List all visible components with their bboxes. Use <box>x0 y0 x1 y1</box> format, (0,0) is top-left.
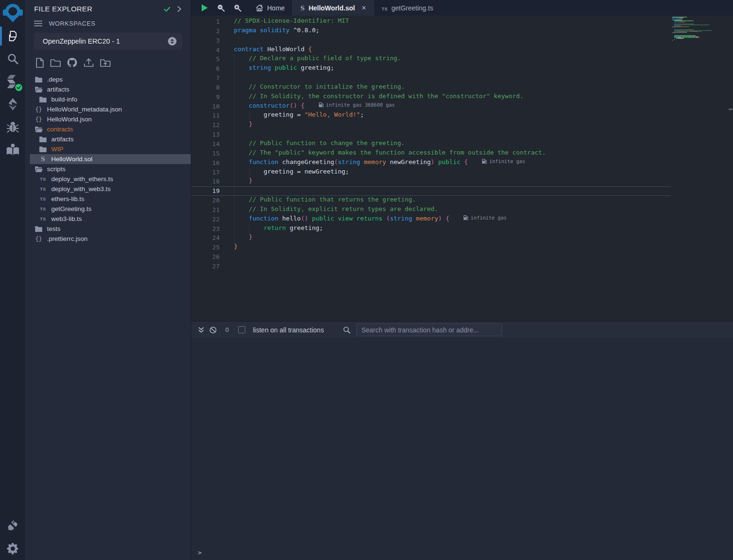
tree-item-tests[interactable]: tests <box>25 224 191 234</box>
code-line-1[interactable]: // SPDX-License-Identifier: MIT <box>234 17 718 27</box>
code-line-20[interactable]: // Public function that returns the gree… <box>234 196 718 205</box>
code-line-17[interactable]: greeting = newGreeting; <box>234 168 718 177</box>
tree-item-ethers-lib-ts[interactable]: TSethers-lib.ts <box>25 194 191 204</box>
line-number: 25 <box>191 243 234 252</box>
terminal-prompt[interactable]: > <box>198 549 202 556</box>
code-line-9[interactable]: // In Solidity, the constructor is defin… <box>234 92 718 102</box>
search-button[interactable] <box>0 47 25 70</box>
tree-item-artifacts[interactable]: artifacts <box>25 84 191 94</box>
folder-closed-icon <box>39 96 46 102</box>
zoom-in-icon[interactable] <box>233 4 241 12</box>
fuel-pump-icon <box>482 158 487 164</box>
learneth-icon <box>6 143 20 156</box>
folder-open-icon <box>35 166 43 172</box>
terminal-search-input[interactable] <box>356 323 502 336</box>
typescript-file-icon: TS <box>381 7 388 11</box>
line-number: 14 <box>191 139 234 149</box>
code-line-24[interactable]: } <box>234 233 718 243</box>
tree-item--deps[interactable]: .deps <box>25 74 191 84</box>
code-line-10[interactable]: constructor() {infinite gas 368600 gas <box>234 102 718 111</box>
chevron-right-icon[interactable] <box>176 6 182 12</box>
tree-item-artifacts[interactable]: artifacts <box>25 134 191 144</box>
upload-folder-icon[interactable] <box>100 58 111 67</box>
code-line-25[interactable]: } <box>234 243 718 252</box>
workspace-select[interactable]: OpenZeppelin ERC20 - 1 <box>34 33 182 50</box>
code-line-14[interactable]: // Public function to change the greetin… <box>234 139 718 149</box>
tree-item-deploy-with-ethers-ts[interactable]: TSdeploy_with_ethers.ts <box>25 174 191 184</box>
code-line-11[interactable]: greeting = "Hello, World!"; <box>234 111 718 120</box>
plugin-manager-button[interactable] <box>0 514 25 537</box>
code-line-7[interactable] <box>234 73 718 83</box>
zoom-out-icon[interactable] <box>217 4 225 12</box>
tab-home[interactable]: Home <box>248 0 292 16</box>
line-number: 18 <box>191 177 234 186</box>
tree-item-helloworld-json[interactable]: {}HelloWorld.json <box>25 114 191 124</box>
line-number: 9 <box>191 92 234 102</box>
hamburger-icon[interactable] <box>34 20 42 27</box>
debugger-button[interactable] <box>0 116 25 138</box>
code-line-27[interactable] <box>234 262 718 271</box>
line-number: 3 <box>191 36 234 46</box>
code-line-18[interactable]: } <box>234 177 718 186</box>
tree-item-wip[interactable]: WIP <box>25 144 191 154</box>
expand-chevrons-icon[interactable] <box>198 327 204 333</box>
tree-item-deploy-with-web3-ts[interactable]: TSdeploy_with_web3.ts <box>25 184 191 194</box>
tree-item-scripts[interactable]: scripts <box>25 164 191 174</box>
folder-closed-icon <box>35 226 42 232</box>
learneth-button[interactable] <box>0 138 25 161</box>
tree-item-web3-lib-ts[interactable]: TSweb3-lib.ts <box>25 214 191 224</box>
code-line-12[interactable]: } <box>234 120 718 130</box>
tab-getgreeting-ts[interactable]: TSgetGreeting.ts <box>374 0 440 16</box>
settings-gear-button[interactable] <box>0 537 25 560</box>
indent-guide <box>234 139 235 149</box>
code-line-26[interactable] <box>234 252 718 262</box>
new-file-icon[interactable] <box>35 58 44 68</box>
file-explorer-panel: FILE EXPLORER WORKSPACES OpenZeppelin ER… <box>25 0 191 560</box>
run-play-icon[interactable] <box>201 4 208 12</box>
editor-scrollbar[interactable] <box>728 16 733 321</box>
tree-item-label: ethers-lib.ts <box>51 195 84 202</box>
tree-item-contracts[interactable]: contracts <box>25 124 191 134</box>
code-line-6[interactable]: string public greeting; <box>234 64 718 73</box>
code-line-23[interactable]: return greeting; <box>234 224 718 234</box>
typescript-file-icon: TS <box>40 207 46 211</box>
upload-file-icon[interactable] <box>84 58 94 67</box>
code-line-2[interactable]: pragma solidity ^0.8.0; <box>234 27 718 36</box>
deploy-run-button[interactable] <box>0 93 25 116</box>
minimap[interactable] <box>672 17 728 320</box>
code-line-19[interactable] <box>234 186 718 196</box>
indent-guide <box>234 215 235 224</box>
tree-item--prettierrc-json[interactable]: {}.prettierrc.json <box>25 234 191 244</box>
tree-item-getgreeting-ts[interactable]: TSgetGreeting.ts <box>25 204 191 214</box>
github-clone-icon[interactable] <box>67 57 77 68</box>
json-file-icon: {} <box>35 116 42 123</box>
tree-item-label: .prettierrc.json <box>47 235 88 242</box>
code-line-13[interactable] <box>234 130 718 139</box>
code-line-5[interactable]: // Declare a public field of type string… <box>234 55 718 64</box>
close-tab-icon[interactable]: × <box>362 4 366 12</box>
tab-helloworld-sol[interactable]: SHelloWorld.sol× <box>292 0 374 16</box>
tree-item-helloworld-metadata-json[interactable]: {}HelloWorld_metadata.json <box>25 104 191 114</box>
solidity-compiler-button[interactable] <box>0 70 25 93</box>
tree-item-helloworld-sol[interactable]: SHelloWorld.sol <box>30 154 191 164</box>
code-editor[interactable]: 1234567891011121314151617181920212223242… <box>191 16 733 321</box>
listen-checkbox[interactable] <box>238 326 245 333</box>
remix-logo-button[interactable] <box>0 1 25 25</box>
code-line-16[interactable]: function changeGreeting(string memory ne… <box>234 158 718 168</box>
tree-item-build-info[interactable]: build-info <box>25 94 191 104</box>
code-area[interactable]: // SPDX-License-Identifier: MITpragma so… <box>234 16 718 321</box>
json-file-icon: {} <box>35 106 42 113</box>
check-icon[interactable] <box>163 5 171 13</box>
debugger-icon <box>6 120 19 134</box>
file-explorer-button[interactable] <box>0 25 25 47</box>
new-folder-icon[interactable] <box>50 58 61 67</box>
code-line-21[interactable]: // In Solidity, explicit return types ar… <box>234 205 718 215</box>
clear-block-icon[interactable] <box>209 326 217 334</box>
typescript-file-icon: TS <box>40 217 46 221</box>
code-line-3[interactable] <box>234 36 718 46</box>
code-line-8[interactable]: // Constructor to initialize the greetin… <box>234 83 718 92</box>
code-line-4[interactable]: contract HelloWorld { <box>234 46 718 55</box>
code-line-22[interactable]: function hello() public view returns (st… <box>234 215 718 224</box>
code-line-15[interactable]: // The "public" keyword makes the functi… <box>234 149 718 158</box>
terminal-output[interactable]: > <box>191 338 733 560</box>
